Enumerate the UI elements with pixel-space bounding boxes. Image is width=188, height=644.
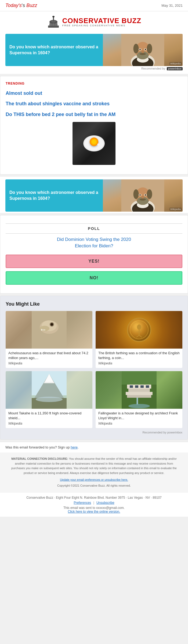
egg-visual	[83, 133, 105, 154]
yml-item-2[interactable]: The British farthing was a continuation …	[96, 311, 182, 368]
yml-caption-1: Achelousaurus was a dinosaur that lived …	[6, 349, 92, 368]
poll-question-line1: Did Dominion Voting Swing the 2020	[57, 237, 131, 242]
ad-banner-2[interactable]: Do you know which astronomer observed a …	[0, 177, 188, 213]
header-title-prefix: Today's	[5, 3, 22, 8]
svg-line-53	[136, 335, 139, 337]
poll-divider-bottom	[6, 233, 182, 234]
logo-container: CONSERVATIVE BUZZ Free Speaking Conserva…	[47, 15, 141, 29]
trending-item-2[interactable]: The truth about shingles vaccine and str…	[6, 101, 182, 107]
poll-question: Did Dominion Voting Swing the 2020 Elect…	[6, 236, 182, 249]
svg-point-25	[140, 53, 146, 55]
yml-source-3: Wikipedia	[8, 421, 90, 426]
capitol-icon	[47, 15, 60, 29]
logo-conservative: CONSERVATIVE	[62, 17, 120, 25]
footer-preferences-link[interactable]: Preferences	[74, 501, 91, 505]
mountain-svg	[32, 371, 67, 409]
logo-main-text: CONSERVATIVE BUZZ	[62, 17, 141, 24]
yml-image-bird	[6, 371, 92, 409]
svg-point-5	[52, 16, 55, 17]
logo-area: CONSERVATIVE BUZZ Free Speaking Conserva…	[0, 11, 188, 31]
recommended-by-1: Recommended by	[141, 67, 165, 70]
svg-line-54	[139, 335, 142, 337]
svg-point-23	[145, 49, 146, 50]
preferences-link[interactable]: Update your email preferences or unsubsc…	[60, 478, 128, 481]
svg-rect-0	[48, 26, 59, 28]
logo-text-block: CONSERVATIVE BUZZ Free Speaking Conserva…	[62, 17, 141, 27]
svg-rect-64	[122, 371, 157, 385]
header-title: Today's's Buzz	[5, 3, 37, 8]
yml-grid: Achelousaurus was a dinosaur that lived …	[6, 311, 182, 428]
svg-rect-6	[50, 23, 51, 26]
poll-question-line2: Election for Biden?	[75, 243, 113, 248]
forward-text: Was this email forwarded to you? Sign up	[5, 445, 70, 449]
yml-caption-text-2: The British farthing was a continuation …	[98, 351, 180, 360]
svg-point-45	[50, 323, 53, 326]
svg-rect-74	[137, 398, 138, 404]
footer-unsubscribe-link[interactable]: Unsubscribe	[96, 501, 114, 505]
disclosure-title: MATERIAL CONNECTION DISCLOSURE:	[11, 457, 68, 460]
egg-yolk	[90, 138, 98, 146]
footer-divider: |	[93, 501, 95, 505]
ad-banner-2-image: Wikipedia	[103, 179, 183, 212]
svg-rect-9	[55, 23, 56, 26]
yml-caption-text-4: Fallingwater is a house designed by arch…	[98, 411, 178, 420]
coin-inner	[130, 320, 149, 339]
portrait-svg	[103, 34, 183, 66]
svg-rect-48	[43, 329, 44, 331]
email-header: Today's's Buzz May 31, 2021	[0, 0, 188, 11]
yml-image-dino	[6, 311, 92, 349]
ad-banner-text[interactable]: Do you know which astronomer observed a …	[5, 40, 103, 60]
yml-item-3[interactable]: Mount Takahe is a 11,350 ft high snow-co…	[6, 371, 92, 428]
forward-link[interactable]: here	[71, 445, 78, 449]
yml-source-2: Wikipedia	[98, 361, 180, 366]
svg-rect-69	[130, 385, 133, 388]
ad-banner-2-inner[interactable]: Do you know which astronomer observed a …	[5, 179, 183, 212]
ad-banner-2-text[interactable]: Do you know which astronomer observed a …	[5, 186, 103, 206]
article-image[interactable]	[73, 122, 115, 165]
yml-caption-2: The British farthing was a continuation …	[96, 349, 182, 368]
header-date: May 31, 2021	[161, 3, 183, 8]
trending-item-3[interactable]: Do THIS before bed 2 pee out belly fat i…	[6, 111, 182, 118]
yml-recommended-by: Recommended by	[142, 431, 166, 434]
yml-powerinbox-logo: powerinbox	[167, 431, 182, 434]
poll-label: POLL	[6, 226, 182, 231]
trending-card: TRENDING Almost sold out The truth about…	[0, 76, 188, 175]
svg-point-19	[147, 44, 152, 53]
svg-point-18	[133, 44, 139, 53]
yml-image-coin	[96, 311, 182, 349]
powerinbox-rec-1: Recommended by powerinbox	[5, 66, 183, 73]
svg-point-33	[133, 189, 139, 199]
poll-yes-button[interactable]: YES!	[6, 255, 182, 268]
yml-title: You Might Like	[6, 301, 182, 307]
trending-item-1[interactable]: Almost sold out	[6, 90, 182, 96]
portrait-svg-2	[103, 179, 183, 212]
svg-rect-10	[56, 23, 57, 26]
yml-image-house	[96, 371, 182, 409]
header-title-highlight: Buzz	[26, 3, 37, 8]
yml-item-1[interactable]: Achelousaurus was a dinosaur that lived …	[6, 311, 92, 368]
svg-rect-67	[126, 392, 153, 395]
ad-banner-1[interactable]: Do you know which astronomer observed a …	[0, 31, 188, 74]
footer-online-version-link[interactable]: Click here to view the online version.	[68, 510, 120, 513]
portrait-image-2: Wikipedia	[103, 179, 183, 212]
poll-no-button[interactable]: NO!	[6, 271, 182, 285]
dino-svg	[32, 311, 67, 349]
yml-caption-3: Mount Takahe is a 11,350 ft high snow-co…	[6, 409, 92, 428]
yml-item-4[interactable]: Fallingwater is a house designed by arch…	[96, 371, 182, 428]
svg-point-37	[139, 194, 141, 196]
powerinbox-logo-1: powerinbox	[167, 67, 183, 70]
svg-point-40	[140, 198, 146, 201]
ad-banner-inner[interactable]: Do you know which astronomer observed a …	[5, 34, 183, 66]
forward-section: Was this email forwarded to you? Sign up…	[0, 442, 188, 453]
svg-point-22	[139, 49, 141, 50]
svg-rect-49	[44, 329, 45, 331]
coin-circle	[127, 318, 151, 342]
disclosure-section: MATERIAL CONNECTION DISCLOSURE: You shou…	[0, 453, 188, 492]
logo-buzz: BUZZ	[122, 17, 141, 25]
yml-caption-4: Fallingwater is a house designed by arch…	[96, 409, 182, 428]
ad-banner-image: Wikipedia	[103, 34, 183, 66]
article-image-container[interactable]	[6, 122, 182, 165]
svg-rect-70	[135, 385, 138, 388]
svg-rect-68	[127, 395, 151, 398]
svg-point-61	[36, 397, 63, 402]
